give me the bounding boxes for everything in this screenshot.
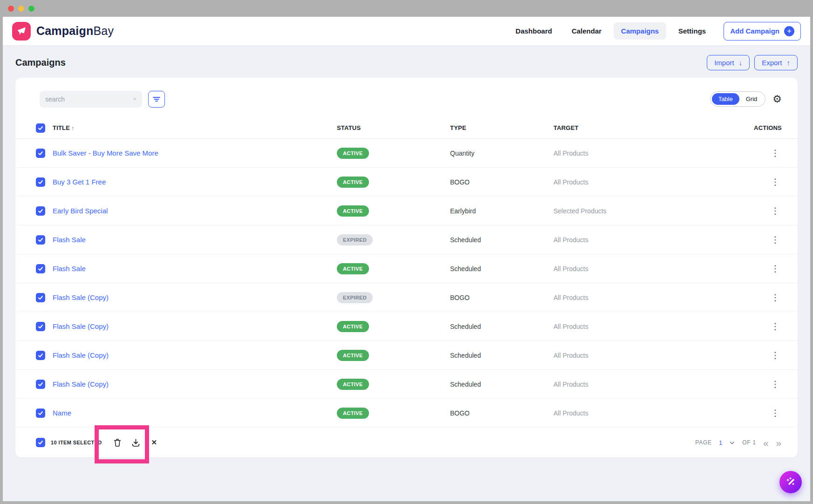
- campaign-target: All Products: [553, 381, 761, 388]
- table-row: Flash Sale (Copy) ACTIVE Scheduled All P…: [15, 370, 798, 399]
- campaign-type: Scheduled: [450, 323, 553, 330]
- row-checkbox[interactable]: [36, 293, 45, 302]
- row-actions-menu-icon[interactable]: ⋮: [769, 292, 782, 303]
- campaign-title-link[interactable]: Bulk Saver - Buy More Save More: [53, 149, 158, 157]
- table-row: Flash Sale (Copy) ACTIVE Scheduled All P…: [15, 341, 798, 370]
- status-badge: ACTIVE: [337, 205, 369, 217]
- import-button[interactable]: Import ↓: [707, 55, 750, 70]
- magic-wand-fab[interactable]: [779, 471, 802, 493]
- search-input[interactable]: [45, 95, 130, 103]
- export-button[interactable]: Export ↑: [754, 55, 798, 70]
- campaign-title-link[interactable]: Flash Sale: [53, 265, 86, 272]
- zoom-window-button[interactable]: [28, 6, 34, 12]
- nav-item-dashboard[interactable]: Dashboard: [508, 22, 560, 40]
- campaign-type: BOGO: [450, 178, 553, 186]
- column-header-type[interactable]: TYPE: [450, 124, 553, 131]
- toolbar-left: [40, 91, 165, 108]
- row-checkbox[interactable]: [36, 177, 45, 187]
- row-actions-menu-icon[interactable]: ⋮: [769, 177, 782, 187]
- page-label: PAGE: [695, 439, 712, 446]
- search-icon: [133, 95, 137, 103]
- campaign-title-link[interactable]: Name: [53, 409, 71, 417]
- page-of-label: OF 1: [742, 439, 756, 446]
- nav-item-settings[interactable]: Settings: [671, 22, 713, 40]
- close-window-button[interactable]: [8, 6, 14, 12]
- column-header-status[interactable]: STATUS: [337, 124, 450, 131]
- first-page-icon[interactable]: «: [763, 438, 769, 448]
- status-badge: ACTIVE: [337, 263, 369, 274]
- table-row: Flash Sale (Copy) ACTIVE Scheduled All P…: [15, 312, 798, 341]
- download-selected-icon[interactable]: [130, 437, 142, 448]
- row-checkbox[interactable]: [36, 264, 45, 273]
- row-actions-menu-icon[interactable]: ⋮: [769, 234, 782, 245]
- magic-wand-icon: [785, 476, 797, 488]
- status-badge: ACTIVE: [337, 379, 369, 390]
- row-checkbox[interactable]: [36, 322, 45, 331]
- status-badge: ACTIVE: [337, 321, 369, 332]
- filter-button[interactable]: [148, 91, 165, 108]
- clear-selection-icon[interactable]: ✕: [149, 437, 160, 448]
- campaign-title-link[interactable]: Buy 3 Get 1 Free: [53, 178, 106, 186]
- megaphone-logo-icon: [12, 22, 31, 41]
- campaign-target: All Products: [553, 323, 761, 330]
- screen: { "window": { "traffic_lights": { "red":…: [0, 0, 813, 504]
- row-checkbox[interactable]: [36, 206, 45, 216]
- view-toggle-grid[interactable]: Grid: [739, 93, 764, 105]
- page-actions: Import ↓ Export ↑: [707, 55, 798, 70]
- row-actions-menu-icon[interactable]: ⋮: [769, 379, 782, 389]
- plus-icon: +: [784, 26, 794, 36]
- brand-logo[interactable]: CampaignBay: [12, 22, 114, 41]
- campaign-type: Earlybird: [450, 207, 553, 215]
- delete-selected-icon[interactable]: [112, 437, 123, 448]
- row-actions-menu-icon[interactable]: ⋮: [769, 350, 782, 361]
- selection-count-label: 10 ITEM SELECTED: [51, 440, 102, 445]
- select-all-checkbox[interactable]: [36, 123, 45, 133]
- campaign-title-link[interactable]: Flash Sale (Copy): [53, 322, 109, 330]
- campaign-title-link[interactable]: Flash Sale: [53, 236, 86, 244]
- row-actions-menu-icon[interactable]: ⋮: [769, 321, 782, 332]
- status-badge: ACTIVE: [337, 148, 369, 159]
- chevron-down-icon[interactable]: [729, 440, 735, 446]
- row-checkbox[interactable]: [36, 351, 45, 360]
- view-toggle-table[interactable]: Table: [712, 93, 739, 105]
- row-checkbox[interactable]: [36, 149, 45, 158]
- campaign-type: Scheduled: [450, 265, 553, 272]
- arrow-down-icon: ↓: [739, 59, 743, 67]
- row-checkbox[interactable]: [36, 235, 45, 245]
- browser-window: CampaignBay Dashboard Calendar Campaigns…: [3, 17, 810, 501]
- row-actions-menu-icon[interactable]: ⋮: [769, 263, 782, 274]
- row-actions-menu-icon[interactable]: ⋮: [769, 148, 782, 158]
- page-number-select[interactable]: 1: [719, 439, 722, 446]
- page-title: Campaigns: [15, 57, 66, 68]
- nav-item-campaigns[interactable]: Campaigns: [614, 22, 666, 40]
- row-checkbox[interactable]: [36, 380, 45, 389]
- add-campaign-button[interactable]: Add Campaign +: [724, 22, 801, 41]
- gear-icon[interactable]: ⚙: [772, 94, 782, 104]
- row-actions-menu-icon[interactable]: ⋮: [769, 205, 782, 216]
- minimize-window-button[interactable]: [18, 6, 24, 12]
- campaign-type: Quantity: [450, 150, 553, 157]
- search-box[interactable]: [40, 91, 142, 108]
- last-page-icon[interactable]: »: [776, 438, 782, 448]
- brand-name: CampaignBay: [36, 24, 114, 38]
- status-badge: ACTIVE: [337, 350, 369, 361]
- column-header-actions: ACTIONS: [754, 124, 782, 131]
- status-badge: EXPIRED: [337, 292, 373, 303]
- campaign-target: All Products: [553, 236, 761, 244]
- import-label: Import: [714, 59, 734, 67]
- campaign-title-link[interactable]: Flash Sale (Copy): [53, 293, 109, 301]
- column-header-title[interactable]: TITLE↑: [53, 124, 337, 131]
- campaign-target: All Products: [553, 409, 761, 417]
- campaign-target: Selected Products: [553, 207, 761, 215]
- row-actions-menu-icon[interactable]: ⋮: [769, 408, 782, 418]
- table-row: Flash Sale EXPIRED Scheduled All Product…: [15, 225, 798, 254]
- campaign-title-link[interactable]: Early Bird Special: [53, 207, 108, 215]
- row-checkbox[interactable]: [36, 409, 45, 418]
- status-badge: ACTIVE: [337, 408, 369, 419]
- bulk-select-checkbox[interactable]: [36, 438, 45, 447]
- campaign-title-link[interactable]: Flash Sale (Copy): [53, 351, 109, 359]
- campaign-title-link[interactable]: Flash Sale (Copy): [53, 380, 109, 388]
- nav-item-calendar[interactable]: Calendar: [564, 22, 609, 40]
- arrow-up-icon: ↑: [787, 59, 791, 67]
- column-header-target[interactable]: TARGET: [553, 124, 761, 131]
